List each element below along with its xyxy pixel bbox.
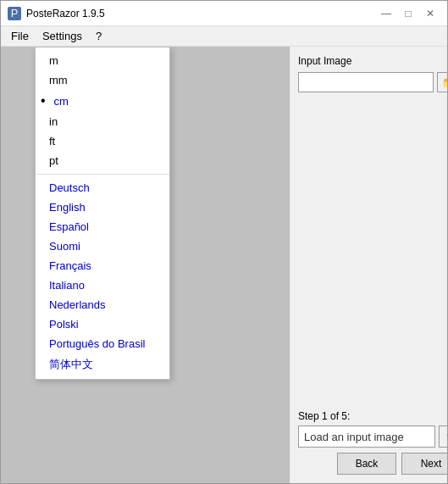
menu-file[interactable]: File	[4, 28, 36, 44]
right-panel: Input Image 📁 Step 1 of 5: Load an input…	[289, 47, 447, 483]
menu-help[interactable]: ?	[89, 28, 108, 44]
lang-chinese[interactable]: 简体中文	[36, 353, 169, 376]
step-info-row: Load an input image ?	[298, 426, 447, 448]
input-row: 📁	[298, 72, 447, 92]
lang-espanol[interactable]: Español	[36, 217, 169, 236]
unit-mm[interactable]: mm	[36, 70, 169, 90]
browse-folder-button[interactable]: 📁	[437, 72, 447, 92]
lang-deutsch[interactable]: Deutsch	[36, 178, 169, 197]
title-bar-left: P PosteRazor 1.9.5	[8, 7, 105, 20]
settings-dropdown: m mm cm in ft pt Deutsch English Español…	[35, 47, 170, 380]
image-path-input[interactable]	[298, 72, 434, 92]
maximize-button[interactable]: □	[398, 5, 418, 22]
title-bar: P PosteRazor 1.9.5 — □ ✕	[1, 1, 447, 26]
menu-settings[interactable]: Settings	[36, 28, 89, 44]
back-button[interactable]: Back	[337, 453, 396, 475]
app-icon: P	[8, 7, 21, 20]
minimize-button[interactable]: —	[376, 5, 396, 22]
window-title: PosteRazor 1.9.5	[26, 8, 105, 19]
step-description-box: Load an input image	[298, 426, 435, 448]
lang-francais[interactable]: Français	[36, 256, 169, 275]
lang-english[interactable]: English	[36, 197, 169, 217]
unit-pt[interactable]: pt	[36, 151, 169, 170]
main-content: m mm cm in ft pt Deutsch English Español…	[1, 47, 447, 483]
title-bar-controls: — □ ✕	[376, 5, 440, 22]
unit-ft[interactable]: ft	[36, 131, 169, 151]
step-description: Load an input image	[304, 431, 404, 443]
input-image-label: Input Image	[298, 55, 447, 67]
close-button[interactable]: ✕	[420, 5, 440, 22]
bottom-section: Step 1 of 5: Load an input image ? Back …	[298, 410, 447, 475]
menu-bar: File Settings ?	[1, 26, 447, 47]
folder-icon: 📁	[442, 76, 447, 89]
help-icon: ?	[446, 431, 447, 443]
divider	[36, 174, 169, 175]
input-image-section: Input Image 📁	[298, 55, 447, 92]
unit-m[interactable]: m	[36, 51, 169, 70]
help-button[interactable]: ?	[439, 426, 447, 448]
lang-italiano[interactable]: Italiano	[36, 275, 169, 295]
unit-cm[interactable]: cm	[36, 90, 169, 112]
next-button[interactable]: Next	[401, 453, 447, 475]
left-panel: m mm cm in ft pt Deutsch English Español…	[1, 47, 289, 483]
lang-polski[interactable]: Polski	[36, 314, 169, 334]
nav-buttons: Back Next	[298, 453, 447, 475]
lang-suomi[interactable]: Suomi	[36, 236, 169, 256]
main-window: P PosteRazor 1.9.5 — □ ✕ File Settings ?…	[0, 0, 448, 484]
lang-nederlands[interactable]: Nederlands	[36, 295, 169, 314]
step-label: Step 1 of 5:	[298, 410, 447, 422]
unit-in[interactable]: in	[36, 112, 169, 131]
lang-portuguese[interactable]: Português do Brasil	[36, 334, 169, 353]
